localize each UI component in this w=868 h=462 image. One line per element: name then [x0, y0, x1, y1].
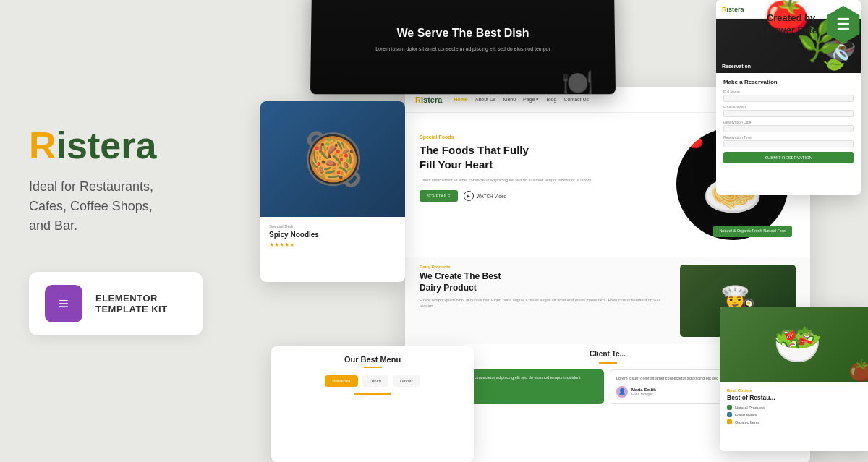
- hero-overline: Special Foods: [420, 134, 650, 140]
- food-card-image: 🥘: [260, 101, 405, 217]
- nav-about[interactable]: About Us: [475, 97, 496, 103]
- nav-home[interactable]: Home: [454, 97, 467, 103]
- nav-page[interactable]: Page ▾: [523, 97, 539, 103]
- food-card-title: Spicy Noodles: [269, 231, 396, 239]
- form-field-time: Reservation Time: [723, 135, 854, 147]
- mockup-nav-links: Home About Us Menu Page ▾ Blog Contact U…: [454, 97, 589, 103]
- field-label-date: Reservation Date: [723, 120, 854, 124]
- nav-contact[interactable]: Contact Us: [563, 97, 589, 103]
- right-nav-logo: Ristera: [722, 6, 744, 13]
- menu-mockup-title: Our Best Menu: [283, 355, 462, 364]
- brand-letter-rest: istera: [56, 124, 157, 166]
- right2-title: Best of Restau...: [727, 394, 868, 401]
- dark-food-decor: 🍽️: [561, 68, 594, 94]
- nav-blog[interactable]: Blog: [546, 97, 556, 103]
- food-card-stars: ★★★★★: [269, 241, 396, 248]
- menu-mockup: Our Best Menu Breakfast Lunch Dinner: [271, 346, 474, 462]
- created-line2: Power Elite: [767, 25, 817, 35]
- nav-logo-r: R: [415, 95, 421, 104]
- field-input-email[interactable]: [723, 110, 854, 117]
- plate-tomato-small: 🍅: [687, 134, 703, 150]
- form-submit-btn[interactable]: SUBMIT RESERVATION: [723, 152, 854, 163]
- created-line1: Created by: [767, 12, 815, 23]
- right2-row-2: Fresh Meals: [727, 412, 868, 417]
- field-label-time: Reservation Time: [723, 135, 854, 140]
- hexagon-icon: ☰: [825, 6, 862, 43]
- dark-mockup-subtitle: Lorem ipsum dolor sit amet consectetur a…: [354, 46, 572, 54]
- row-dot-blue: [727, 412, 732, 417]
- food-card-mockup: 🥘 Special Dish Spicy Noodles ★★★★★: [260, 101, 405, 282]
- menu-item-breakfast[interactable]: Breakfast: [325, 375, 357, 387]
- right2-img-overlay: 🍅: [848, 357, 868, 382]
- row-dot-green: [727, 405, 732, 410]
- hero-text-area: Special Foods The Foods That FullyFill Y…: [420, 124, 650, 246]
- brand-logo: Ristera: [29, 127, 239, 164]
- form-field-email: Email Address: [723, 105, 854, 117]
- field-input-time[interactable]: [723, 140, 854, 147]
- top-dark-mockup: We Serve The Best Dish Lorem ipsum dolor…: [310, 0, 616, 94]
- elementor-text: ELEMENTOR TEMPLATE KIT: [95, 293, 168, 315]
- dairy-text: Dairy Products We Create The BestDairy P…: [420, 265, 670, 309]
- field-input-date[interactable]: [723, 125, 854, 132]
- organic-badge: Natural & Organic Fresh Natural Food: [713, 226, 792, 237]
- right2-content: Best Choice Best of Restau... Natural Pr…: [720, 382, 868, 430]
- row-label-3: Organic Items: [735, 420, 760, 424]
- dark-mockup-title: We Serve The Best Dish: [397, 27, 529, 40]
- author-info-2: Maria Smith Food Blogger: [631, 388, 656, 396]
- field-label-name: Full Name: [723, 90, 854, 94]
- menu-mockup-header: Our Best Menu: [271, 346, 474, 375]
- food-card-content: Special Dish Spicy Noodles ★★★★★: [260, 217, 405, 255]
- field-input-name[interactable]: [723, 95, 854, 102]
- right2-overline: Best Choice: [727, 388, 868, 393]
- watch-button[interactable]: ▶ WATCH Video: [464, 191, 506, 201]
- reservation-label: Reservation: [722, 64, 751, 69]
- nav-logo-rest: istera: [421, 95, 442, 104]
- right2-food-img: 🥗: [773, 321, 822, 368]
- row-dot-orange: [727, 419, 732, 424]
- menu-title-underline: [364, 367, 382, 368]
- reservation-form: Make a Reservation Full Name Email Addre…: [716, 73, 861, 169]
- avatar-2: 👤: [616, 386, 628, 398]
- right2-image-area: 🥗 🍅: [720, 307, 868, 382]
- field-label-email: Email Address: [723, 105, 854, 109]
- hero-description: Lorem ipsum dolor sit amet consectetur a…: [420, 177, 650, 183]
- elementor-icon: ≡: [45, 285, 82, 322]
- elementor-symbol: ≡: [59, 294, 69, 314]
- form-field-name: Full Name: [723, 90, 854, 102]
- form-title: Make a Reservation: [723, 79, 854, 85]
- author-name-2: Maria Smith: [631, 388, 656, 392]
- left-panel: Ristera Ideal for Restaurants,Cafes, Cof…: [0, 0, 268, 462]
- dairy-title: We Create The BestDairy Product: [420, 271, 670, 294]
- form-field-date: Reservation Date: [723, 120, 854, 132]
- testimonials-subtitle-line: [599, 362, 617, 364]
- right2-rows: Natural Products Fresh Meals Organic Ite…: [727, 405, 868, 424]
- menu-divider-bar: [354, 393, 391, 395]
- elementor-badge: ≡ ELEMENTOR TEMPLATE KIT: [29, 272, 203, 335]
- dairy-overline: Dairy Products: [420, 265, 670, 269]
- row-label-1: Natural Products: [735, 406, 765, 410]
- elementor-label-line1: ELEMENTOR: [95, 293, 168, 304]
- row-label-2: Fresh Meals: [735, 413, 757, 417]
- author-role-2: Food Blogger: [631, 392, 656, 396]
- play-circle-icon: ▶: [464, 191, 474, 201]
- menu-items-row: Breakfast Lunch Dinner: [271, 375, 474, 387]
- brand-letter-r: R: [29, 124, 56, 166]
- dairy-description: Fusce tempor quam nibh, at cursus nisl. …: [420, 297, 670, 309]
- right2-row-3: Organic Items: [727, 419, 868, 424]
- hero-title: The Foods That FullyFill Your Heart: [420, 143, 650, 171]
- menu-item-lunch[interactable]: Lunch: [362, 375, 388, 387]
- right-bottom-mockup: 🥗 🍅 Best Choice Best of Restau... Natura…: [720, 307, 868, 451]
- elementor-label-line2: TEMPLATE KIT: [95, 304, 168, 315]
- created-by-badge: Created by Power Elite ☰: [767, 6, 862, 43]
- hero-buttons: SCHEDULE ▶ WATCH Video: [420, 190, 650, 202]
- hexagon-symbol: ☰: [836, 15, 851, 34]
- created-by-text: Created by Power Elite: [767, 12, 817, 37]
- right2-row-1: Natural Products: [727, 405, 868, 410]
- food-card-overline: Special Dish: [269, 224, 396, 228]
- schedule-button[interactable]: SCHEDULE: [420, 190, 458, 202]
- menu-item-dinner[interactable]: Dinner: [393, 375, 420, 387]
- watch-label: WATCH Video: [477, 194, 506, 199]
- mockup-nav-logo: Ristera: [415, 95, 442, 104]
- brand-tagline: Ideal for Restaurants,Cafes, Coffee Shop…: [29, 177, 239, 236]
- nav-menu[interactable]: Menu: [503, 97, 516, 103]
